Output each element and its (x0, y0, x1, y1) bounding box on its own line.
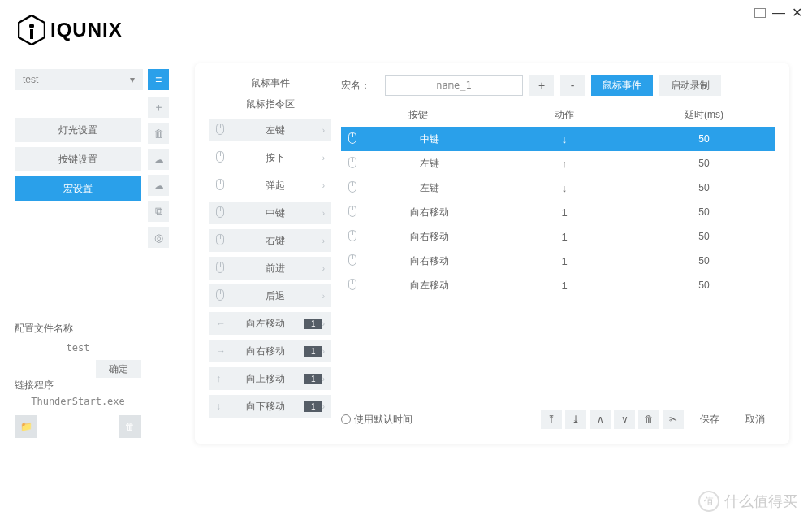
chevron-right-icon: › (322, 402, 325, 411)
row-action: ↓ (495, 182, 633, 194)
tool-button-5[interactable]: ◎ (148, 227, 169, 248)
svg-point-1 (29, 24, 34, 28)
config-confirm-button[interactable]: 确定 (96, 360, 141, 378)
chevron-right-icon: › (322, 347, 325, 356)
tool-button-1[interactable]: 🗑 (148, 123, 169, 144)
table-row[interactable]: 向右移动150 (341, 224, 775, 249)
macro-name-input[interactable] (385, 75, 523, 96)
chevron-down-icon: ▾ (130, 74, 135, 85)
mouse-icon (216, 151, 229, 165)
row-action: 1 (495, 255, 633, 267)
save-button[interactable]: 保存 (690, 410, 729, 429)
folder-delete-button[interactable]: 🗑 (119, 415, 141, 438)
tool-button-4[interactable]: ⧉ (148, 201, 169, 222)
cmd-item-5[interactable]: 前进› (209, 257, 331, 280)
chevron-right-icon: › (322, 292, 325, 301)
macro-panel: 鼠标事件 鼠标指令区 左键›按下›弹起›中键›右键›前进›后退›←向左移动1›→… (195, 63, 789, 444)
close-button[interactable]: ✕ (792, 5, 802, 20)
chevron-right-icon: › (322, 126, 325, 135)
row-delay: 50 (633, 158, 775, 169)
start-record-button[interactable]: 启动录制 (659, 75, 721, 96)
row-key: 左键 (364, 157, 495, 171)
cmd-label: 弹起 (229, 179, 322, 193)
cmd-item-9[interactable]: ↑向上移动1› (209, 367, 331, 390)
mini-button-0[interactable]: ⤒ (541, 410, 562, 429)
folder-open-button[interactable]: 📁 (15, 415, 37, 438)
cmd-label: 中键 (229, 206, 322, 220)
watermark: 值 什么值得买 (698, 491, 797, 512)
remove-macro-button[interactable]: - (560, 75, 585, 96)
cmd-item-6[interactable]: 后退› (209, 284, 331, 307)
menu-button[interactable]: ≡ (148, 69, 169, 90)
mouse-icon (341, 230, 364, 244)
mouse-event-button[interactable]: 鼠标事件 (591, 75, 653, 96)
row-delay: 50 (633, 133, 775, 145)
table-row[interactable]: 左键↑50 (341, 151, 775, 176)
table-row[interactable]: 向右移动150 (341, 200, 775, 224)
mini-button-3[interactable]: ∨ (614, 410, 635, 429)
mini-button-1[interactable]: ⤓ (565, 410, 586, 429)
default-time-radio[interactable]: 使用默认时间 (341, 413, 412, 427)
add-macro-button[interactable]: + (529, 75, 554, 96)
cmd-item-7[interactable]: ←向左移动1› (209, 312, 331, 335)
cmd-item-0[interactable]: 左键› (209, 119, 331, 141)
table-row[interactable]: 左键↓50 (341, 176, 775, 200)
mouse-icon (216, 262, 229, 275)
header-key: 按键 (341, 108, 495, 122)
link-label: 链接程序 (15, 379, 141, 392)
macro-name-label: 宏名： (341, 79, 370, 93)
arrow-icon: → (216, 345, 229, 357)
mouse-icon (341, 254, 364, 268)
cmd-label: 按下 (229, 151, 322, 165)
header-delay: 延时(ms) (633, 108, 775, 122)
cmd-item-8[interactable]: →向右移动1› (209, 340, 331, 362)
profile-select[interactable]: test ▾ (15, 69, 143, 90)
cmd-label: 右键 (229, 234, 322, 248)
row-key: 中键 (364, 132, 495, 146)
cmd-label: 前进 (229, 262, 322, 275)
brand-logo: IQUNIX (18, 15, 123, 46)
mini-button-5[interactable]: ✂ (663, 410, 684, 429)
svg-rect-2 (30, 29, 33, 39)
cmd-subtitle: 鼠标指令区 (209, 96, 331, 119)
table-row[interactable]: 中键↓50 (341, 127, 775, 151)
mouse-icon (341, 279, 364, 292)
table-row[interactable]: 向右移动150 (341, 249, 775, 273)
minimize-button[interactable]: — (772, 6, 785, 20)
row-delay: 50 (633, 231, 775, 242)
tool-button-0[interactable]: ＋ (148, 97, 169, 118)
cmd-item-10[interactable]: ↓向下移动1› (209, 395, 331, 418)
config-name-input[interactable] (15, 339, 141, 357)
cancel-button[interactable]: 取消 (736, 410, 775, 429)
cmd-item-3[interactable]: 中键› (209, 202, 331, 224)
cmd-badge: 1 (304, 346, 322, 357)
tool-button-3[interactable]: ☁ (148, 175, 169, 196)
config-label: 配置文件名称 (15, 322, 141, 336)
mouse-icon (341, 181, 364, 195)
nav-item-1[interactable]: 按键设置 (15, 147, 141, 171)
mouse-icon (341, 132, 364, 146)
cmd-item-1[interactable]: 按下› (209, 146, 331, 169)
nav-item-0[interactable]: 灯光设置 (15, 118, 141, 142)
mouse-icon (216, 124, 229, 137)
tool-button-2[interactable]: ☁ (148, 149, 169, 170)
nav-item-2[interactable]: 宏设置 (15, 176, 141, 201)
cmd-badge: 1 (304, 374, 322, 384)
table-row[interactable]: 向左移动150 (341, 273, 775, 297)
chevron-right-icon: › (322, 181, 325, 190)
link-path: ThunderStart.exe (15, 396, 141, 407)
cmd-item-2[interactable]: 弹起› (209, 174, 331, 197)
row-action: 1 (495, 231, 633, 243)
chevron-right-icon: › (322, 375, 325, 384)
cmd-label: 向上移动 (229, 372, 301, 386)
mini-button-2[interactable]: ∧ (590, 410, 611, 429)
row-action: 1 (495, 206, 633, 219)
mouse-icon (341, 157, 364, 171)
row-key: 向右移动 (364, 230, 495, 244)
mouse-icon (216, 234, 229, 248)
cmd-item-4[interactable]: 右键› (209, 229, 331, 252)
mouse-icon (216, 289, 229, 303)
mini-button-4[interactable]: 🗑 (638, 410, 659, 429)
table-header: 按键 动作 延时(ms) (341, 102, 775, 127)
maximize-button[interactable] (754, 8, 766, 18)
